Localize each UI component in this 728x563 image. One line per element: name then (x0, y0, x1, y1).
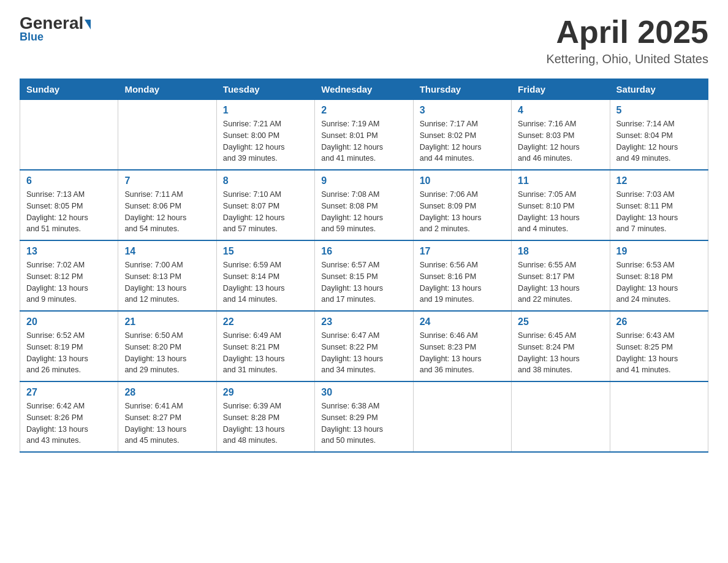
day-info: Sunrise: 7:10 AM Sunset: 8:07 PM Dayligh… (223, 189, 308, 235)
calendar-header-row: SundayMondayTuesdayWednesdayThursdayFrid… (20, 79, 708, 100)
calendar-week-row: 13Sunrise: 7:02 AM Sunset: 8:12 PM Dayli… (20, 240, 708, 311)
calendar-cell: 20Sunrise: 6:52 AM Sunset: 8:19 PM Dayli… (20, 311, 118, 381)
day-number: 1 (223, 105, 308, 116)
calendar-cell: 18Sunrise: 6:55 AM Sunset: 8:17 PM Dayli… (512, 240, 610, 311)
page-header: General Blue April 2025 Kettering, Ohio,… (20, 15, 708, 66)
calendar-cell: 9Sunrise: 7:08 AM Sunset: 8:08 PM Daylig… (315, 170, 413, 240)
day-of-week-header: Wednesday (315, 79, 413, 100)
logo-triangle-icon (85, 20, 91, 29)
logo-blue-text: Blue (20, 31, 44, 44)
calendar-week-row: 27Sunrise: 6:42 AM Sunset: 8:26 PM Dayli… (20, 381, 708, 452)
day-info: Sunrise: 6:52 AM Sunset: 8:19 PM Dayligh… (26, 330, 112, 376)
month-year-title: April 2025 (546, 15, 708, 50)
calendar-cell: 19Sunrise: 6:53 AM Sunset: 8:18 PM Dayli… (610, 240, 708, 311)
day-info: Sunrise: 6:43 AM Sunset: 8:25 PM Dayligh… (616, 330, 702, 376)
day-info: Sunrise: 6:46 AM Sunset: 8:23 PM Dayligh… (420, 330, 505, 376)
day-number: 13 (26, 246, 112, 257)
day-info: Sunrise: 7:00 AM Sunset: 8:13 PM Dayligh… (124, 259, 210, 305)
day-info: Sunrise: 7:06 AM Sunset: 8:09 PM Dayligh… (420, 189, 505, 235)
day-number: 8 (223, 175, 308, 186)
day-number: 25 (518, 316, 603, 327)
day-info: Sunrise: 6:56 AM Sunset: 8:16 PM Dayligh… (420, 259, 505, 305)
day-info: Sunrise: 7:16 AM Sunset: 8:03 PM Dayligh… (518, 118, 603, 164)
day-info: Sunrise: 6:38 AM Sunset: 8:29 PM Dayligh… (321, 400, 406, 446)
day-info: Sunrise: 7:03 AM Sunset: 8:11 PM Dayligh… (616, 189, 702, 235)
calendar-cell (413, 381, 511, 452)
day-info: Sunrise: 7:05 AM Sunset: 8:10 PM Dayligh… (518, 189, 603, 235)
day-number: 16 (321, 246, 406, 257)
day-info: Sunrise: 6:53 AM Sunset: 8:18 PM Dayligh… (616, 259, 702, 305)
calendar-week-row: 1Sunrise: 7:21 AM Sunset: 8:00 PM Daylig… (20, 100, 708, 170)
day-info: Sunrise: 7:21 AM Sunset: 8:00 PM Dayligh… (223, 118, 308, 164)
day-number: 21 (124, 316, 210, 327)
logo-text: General (20, 15, 91, 32)
day-number: 26 (616, 316, 702, 327)
day-number: 20 (26, 316, 112, 327)
day-number: 11 (518, 175, 603, 186)
day-number: 17 (420, 246, 505, 257)
day-info: Sunrise: 6:42 AM Sunset: 8:26 PM Dayligh… (26, 400, 112, 446)
day-number: 5 (616, 105, 702, 116)
calendar-cell: 6Sunrise: 7:13 AM Sunset: 8:05 PM Daylig… (20, 170, 118, 240)
day-info: Sunrise: 6:59 AM Sunset: 8:14 PM Dayligh… (223, 259, 308, 305)
day-number: 27 (26, 387, 112, 398)
calendar-cell: 22Sunrise: 6:49 AM Sunset: 8:21 PM Dayli… (216, 311, 314, 381)
calendar-cell: 27Sunrise: 6:42 AM Sunset: 8:26 PM Dayli… (20, 381, 118, 452)
calendar-cell: 4Sunrise: 7:16 AM Sunset: 8:03 PM Daylig… (512, 100, 610, 170)
day-info: Sunrise: 7:14 AM Sunset: 8:04 PM Dayligh… (616, 118, 702, 164)
day-number: 10 (420, 175, 505, 186)
calendar-week-row: 6Sunrise: 7:13 AM Sunset: 8:05 PM Daylig… (20, 170, 708, 240)
day-info: Sunrise: 6:49 AM Sunset: 8:21 PM Dayligh… (223, 330, 308, 376)
calendar-cell: 2Sunrise: 7:19 AM Sunset: 8:01 PM Daylig… (315, 100, 413, 170)
day-info: Sunrise: 7:13 AM Sunset: 8:05 PM Dayligh… (26, 189, 112, 235)
day-info: Sunrise: 7:08 AM Sunset: 8:08 PM Dayligh… (321, 189, 406, 235)
day-number: 30 (321, 387, 406, 398)
day-of-week-header: Monday (118, 79, 216, 100)
calendar-cell: 24Sunrise: 6:46 AM Sunset: 8:23 PM Dayli… (413, 311, 511, 381)
day-number: 14 (124, 246, 210, 257)
calendar-cell: 28Sunrise: 6:41 AM Sunset: 8:27 PM Dayli… (118, 381, 216, 452)
calendar-cell: 10Sunrise: 7:06 AM Sunset: 8:09 PM Dayli… (413, 170, 511, 240)
day-number: 7 (124, 175, 210, 186)
calendar-cell: 1Sunrise: 7:21 AM Sunset: 8:00 PM Daylig… (216, 100, 314, 170)
day-of-week-header: Sunday (20, 79, 118, 100)
location-text: Kettering, Ohio, United States (546, 52, 708, 66)
day-info: Sunrise: 7:02 AM Sunset: 8:12 PM Dayligh… (26, 259, 112, 305)
calendar-week-row: 20Sunrise: 6:52 AM Sunset: 8:19 PM Dayli… (20, 311, 708, 381)
day-number: 28 (124, 387, 210, 398)
calendar-cell: 15Sunrise: 6:59 AM Sunset: 8:14 PM Dayli… (216, 240, 314, 311)
calendar-cell: 16Sunrise: 6:57 AM Sunset: 8:15 PM Dayli… (315, 240, 413, 311)
day-info: Sunrise: 6:45 AM Sunset: 8:24 PM Dayligh… (518, 330, 603, 376)
day-number: 29 (223, 387, 308, 398)
day-number: 6 (26, 175, 112, 186)
calendar-cell (512, 381, 610, 452)
calendar-cell (20, 100, 118, 170)
day-info: Sunrise: 6:55 AM Sunset: 8:17 PM Dayligh… (518, 259, 603, 305)
calendar-cell: 25Sunrise: 6:45 AM Sunset: 8:24 PM Dayli… (512, 311, 610, 381)
day-number: 4 (518, 105, 603, 116)
day-number: 24 (420, 316, 505, 327)
calendar-cell: 11Sunrise: 7:05 AM Sunset: 8:10 PM Dayli… (512, 170, 610, 240)
calendar-cell: 14Sunrise: 7:00 AM Sunset: 8:13 PM Dayli… (118, 240, 216, 311)
calendar-cell (610, 381, 708, 452)
day-number: 2 (321, 105, 406, 116)
calendar-cell: 7Sunrise: 7:11 AM Sunset: 8:06 PM Daylig… (118, 170, 216, 240)
day-info: Sunrise: 7:19 AM Sunset: 8:01 PM Dayligh… (321, 118, 406, 164)
logo: General Blue (20, 15, 91, 44)
day-info: Sunrise: 6:39 AM Sunset: 8:28 PM Dayligh… (223, 400, 308, 446)
calendar-table: SundayMondayTuesdayWednesdayThursdayFrid… (20, 79, 708, 453)
calendar-cell: 21Sunrise: 6:50 AM Sunset: 8:20 PM Dayli… (118, 311, 216, 381)
calendar-cell: 23Sunrise: 6:47 AM Sunset: 8:22 PM Dayli… (315, 311, 413, 381)
calendar-cell: 8Sunrise: 7:10 AM Sunset: 8:07 PM Daylig… (216, 170, 314, 240)
calendar-cell: 13Sunrise: 7:02 AM Sunset: 8:12 PM Dayli… (20, 240, 118, 311)
day-info: Sunrise: 6:41 AM Sunset: 8:27 PM Dayligh… (124, 400, 210, 446)
day-info: Sunrise: 6:50 AM Sunset: 8:20 PM Dayligh… (124, 330, 210, 376)
day-number: 22 (223, 316, 308, 327)
day-of-week-header: Tuesday (216, 79, 314, 100)
day-number: 23 (321, 316, 406, 327)
day-number: 9 (321, 175, 406, 186)
calendar-cell: 17Sunrise: 6:56 AM Sunset: 8:16 PM Dayli… (413, 240, 511, 311)
title-area: April 2025 Kettering, Ohio, United State… (546, 15, 708, 66)
day-number: 18 (518, 246, 603, 257)
calendar-cell (118, 100, 216, 170)
